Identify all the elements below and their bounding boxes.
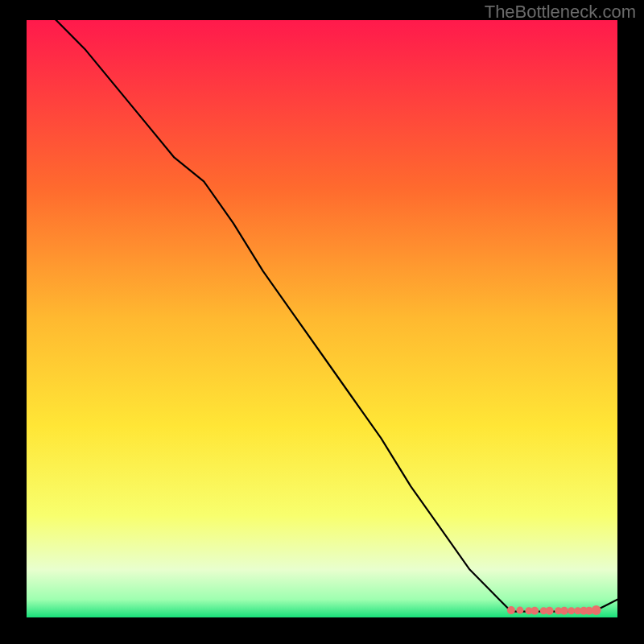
plot-area (27, 20, 617, 617)
data-marker (560, 607, 568, 615)
data-marker (507, 606, 515, 614)
data-marker (592, 605, 601, 615)
chart-frame: TheBottleneck.com (0, 0, 644, 644)
bottleneck-chart (27, 20, 617, 617)
watermark-text: TheBottleneck.com (485, 2, 636, 23)
data-marker (516, 607, 523, 614)
data-marker (546, 607, 554, 615)
data-marker (530, 607, 539, 615)
data-marker (568, 607, 575, 614)
gradient-background (27, 20, 617, 617)
